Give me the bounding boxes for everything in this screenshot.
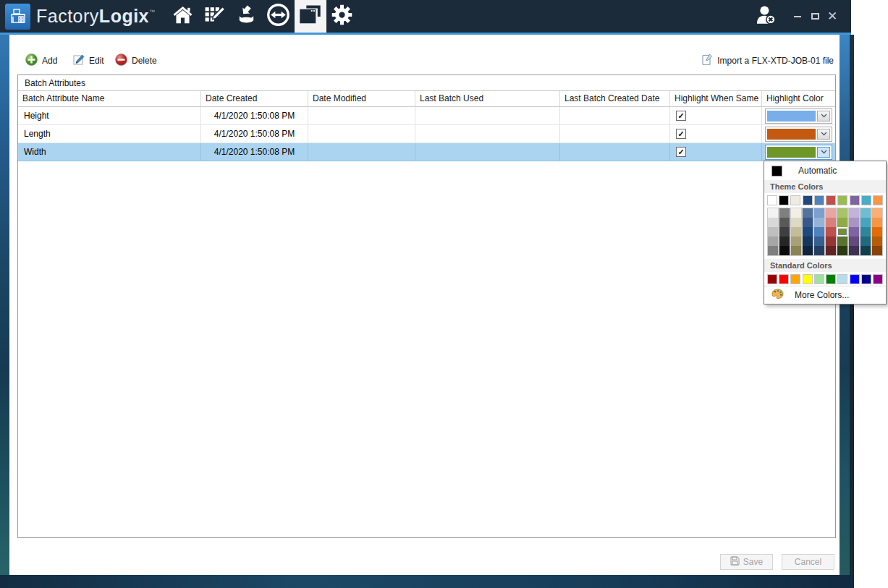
theme-color-swatch[interactable] — [873, 195, 883, 205]
theme-color-swatch[interactable] — [803, 195, 813, 205]
theme-color-swatch[interactable] — [790, 195, 800, 205]
add-button[interactable]: Add — [25, 54, 57, 68]
nav-documents[interactable] — [295, 0, 326, 33]
theme-color-swatch[interactable] — [814, 195, 824, 205]
standard-color-swatch[interactable] — [779, 274, 789, 284]
theme-variant-swatch[interactable] — [814, 227, 824, 237]
theme-variant-swatch[interactable] — [826, 227, 836, 237]
column-header-batch-attribute-name[interactable]: Batch Attribute Name — [18, 91, 201, 106]
theme-variant-swatch[interactable] — [779, 208, 790, 218]
minimize-button[interactable] — [789, 8, 806, 25]
table-row[interactable]: Width4/1/2020 1:50:08 PM✓ — [18, 143, 835, 161]
theme-variant-swatch[interactable] — [803, 246, 813, 255]
column-header-last-batch-used[interactable]: Last Batch Used — [415, 91, 560, 106]
theme-variant-swatch[interactable] — [860, 246, 871, 255]
theme-variant-swatch[interactable] — [803, 227, 813, 237]
cancel-button[interactable]: Cancel — [782, 554, 834, 570]
theme-variant-swatch[interactable] — [803, 218, 813, 227]
theme-color-swatch[interactable] — [837, 195, 847, 205]
theme-variant-swatch[interactable] — [826, 208, 836, 218]
column-header-date-modified[interactable]: Date Modified — [308, 91, 415, 106]
theme-variant-swatch[interactable] — [814, 237, 824, 246]
theme-variant-swatch[interactable] — [768, 237, 778, 246]
theme-variant-swatch[interactable] — [768, 227, 778, 237]
maximize-button[interactable] — [806, 8, 824, 25]
theme-variant-swatch[interactable] — [860, 237, 871, 246]
theme-variant-swatch[interactable] — [837, 246, 847, 255]
theme-variant-swatch[interactable] — [872, 227, 882, 237]
theme-variant-swatch[interactable] — [849, 208, 859, 218]
theme-variant-swatch[interactable] — [849, 246, 859, 255]
nav-home[interactable] — [167, 0, 199, 33]
standard-color-swatch[interactable] — [814, 274, 824, 284]
theme-variant-swatch[interactable] — [768, 218, 778, 227]
dropdown-chevron-button[interactable] — [817, 111, 830, 122]
standard-color-swatch[interactable] — [803, 274, 813, 284]
theme-color-swatch[interactable] — [826, 195, 836, 205]
standard-color-swatch[interactable] — [826, 274, 836, 284]
save-button[interactable]: Save — [720, 554, 773, 570]
theme-variant-swatch[interactable] — [872, 208, 882, 218]
dropdown-chevron-button[interactable] — [817, 147, 830, 158]
theme-color-swatch[interactable] — [779, 195, 789, 205]
column-header-last-batch-created-date[interactable]: Last Batch Created Date — [560, 91, 670, 106]
column-header-highlight-color[interactable]: Highlight Color — [762, 91, 835, 106]
theme-variant-swatch[interactable] — [779, 246, 790, 255]
theme-color-swatch[interactable] — [767, 195, 777, 205]
theme-variant-swatch[interactable] — [803, 208, 813, 218]
standard-color-swatch[interactable] — [873, 274, 883, 284]
theme-variant-swatch[interactable] — [837, 208, 847, 218]
theme-color-swatch[interactable] — [850, 195, 860, 205]
theme-variant-swatch[interactable] — [872, 246, 882, 255]
standard-color-swatch[interactable] — [790, 274, 800, 284]
theme-variant-swatch[interactable] — [849, 237, 859, 246]
nav-settings[interactable] — [326, 0, 358, 33]
automatic-color-item[interactable]: Automatic — [764, 161, 886, 180]
import-button[interactable]: Import a FLX-XTD-JOB-01 file — [701, 54, 834, 68]
highlight-color-dropdown[interactable] — [765, 108, 832, 124]
column-header-date-created[interactable]: Date Created — [201, 91, 308, 106]
theme-variant-swatch[interactable] — [837, 218, 847, 227]
theme-variant-swatch[interactable] — [779, 237, 790, 246]
close-button[interactable]: ✕ — [824, 8, 841, 25]
table-row[interactable]: Length4/1/2020 1:50:08 PM✓ — [18, 125, 835, 143]
highlight-color-dropdown[interactable] — [765, 127, 832, 142]
highlight-when-same-checkbox[interactable]: ✓ — [676, 147, 686, 157]
theme-variant-swatch[interactable] — [872, 218, 882, 227]
theme-variant-swatch[interactable] — [779, 218, 790, 227]
standard-color-swatch[interactable] — [767, 274, 777, 284]
standard-color-swatch[interactable] — [861, 274, 871, 284]
standard-color-swatch[interactable] — [850, 274, 860, 284]
theme-variant-swatch[interactable] — [791, 227, 801, 237]
theme-variant-swatch[interactable] — [791, 208, 801, 218]
theme-variant-swatch[interactable] — [768, 208, 778, 218]
theme-variant-swatch[interactable] — [826, 237, 836, 246]
delete-button[interactable]: Delete — [115, 54, 157, 68]
nav-operate[interactable] — [263, 0, 295, 33]
theme-variant-swatch[interactable] — [814, 246, 824, 255]
theme-variant-swatch[interactable] — [791, 246, 801, 255]
theme-variant-swatch[interactable] — [860, 227, 871, 237]
nav-warehouse[interactable] — [231, 0, 263, 33]
standard-color-swatch[interactable] — [837, 274, 847, 284]
theme-variant-swatch[interactable] — [803, 237, 813, 246]
highlight-when-same-checkbox[interactable]: ✓ — [676, 111, 686, 121]
highlight-when-same-checkbox[interactable]: ✓ — [676, 129, 686, 139]
theme-variant-swatch[interactable] — [768, 246, 778, 255]
theme-variant-swatch[interactable] — [860, 218, 871, 227]
theme-variant-swatch[interactable] — [826, 246, 836, 255]
theme-variant-swatch[interactable] — [791, 237, 801, 246]
theme-color-swatch[interactable] — [861, 195, 871, 205]
table-row[interactable]: Height4/1/2020 1:50:08 PM✓ — [18, 107, 835, 125]
nav-define[interactable] — [199, 0, 231, 33]
theme-variant-swatch[interactable] — [791, 218, 801, 227]
theme-variant-swatch[interactable] — [849, 227, 859, 237]
edit-button[interactable]: Edit — [73, 54, 104, 68]
theme-variant-swatch[interactable] — [849, 218, 859, 227]
theme-variant-swatch[interactable] — [814, 208, 824, 218]
theme-variant-swatch[interactable] — [826, 218, 836, 227]
highlight-color-dropdown[interactable] — [765, 145, 832, 160]
theme-variant-swatch[interactable] — [837, 237, 847, 246]
dropdown-chevron-button[interactable] — [817, 129, 830, 140]
user-status-icon[interactable] — [754, 4, 779, 30]
